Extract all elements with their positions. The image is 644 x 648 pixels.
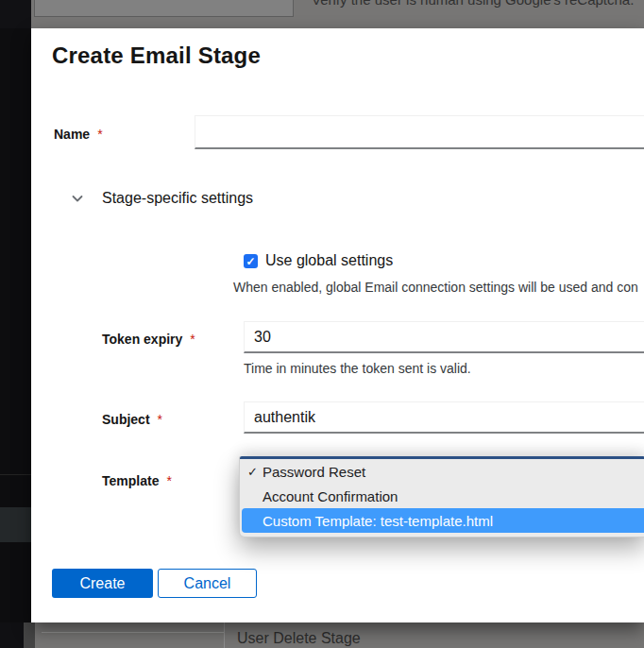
create-button[interactable]: Create: [52, 569, 153, 598]
name-field-label: Name*: [54, 127, 103, 142]
cancel-button[interactable]: Cancel: [158, 569, 257, 598]
token-expiry-field-label: Token expiry*: [102, 332, 195, 347]
required-asterisk: *: [190, 332, 195, 347]
dropdown-option-password-reset[interactable]: ✓ Password Reset: [240, 459, 644, 484]
dimmed-row-text: User Delete Stage: [237, 630, 361, 647]
token-expiry-input[interactable]: [244, 321, 644, 353]
checkbox-check-icon: ✓: [246, 256, 255, 267]
sidebar-item-highlight: [0, 507, 31, 542]
required-asterisk: *: [97, 127, 102, 142]
screen: Verify the user is human using Google's …: [0, 0, 644, 648]
dimmed-background-top: Verify the user is human using Google's …: [0, 0, 644, 28]
dimmed-table-row-border: [42, 632, 224, 633]
subject-field-label: Subject*: [102, 412, 162, 427]
required-asterisk: *: [166, 473, 171, 488]
template-select-dropdown: ✓ Password Reset Account Confirmation Cu…: [239, 456, 644, 537]
name-input[interactable]: [195, 115, 644, 149]
dropdown-option-custom-template[interactable]: Custom Template: test-template.html: [242, 508, 644, 533]
option-label: Password Reset: [263, 464, 365, 480]
dimmed-background-bottom: User Delete Stage: [0, 622, 644, 648]
required-asterisk: *: [158, 412, 162, 427]
dimmed-sidebar-edge-top: [0, 0, 31, 28]
subject-label-text: Subject: [102, 412, 150, 427]
token-expiry-label-text: Token expiry: [102, 332, 182, 347]
dimmed-sidebar-edge-bottom: [0, 622, 24, 648]
option-label: Custom Template: test-template.html: [263, 513, 493, 529]
create-email-stage-modal: Create Email Stage Name* Stage-specific …: [31, 28, 644, 622]
sidebar-divider: [0, 474, 31, 475]
use-global-settings-helper: When enabled, global Email connection se…: [233, 280, 638, 295]
use-global-settings-checkbox[interactable]: ✓: [244, 254, 258, 268]
dimmed-table-column-border: [224, 622, 225, 648]
dimmed-recaptcha-text: Verify the user is human using Google's …: [312, 0, 634, 8]
template-field-label: Template*: [102, 473, 172, 488]
section-label: Stage-specific settings: [102, 190, 253, 207]
name-label-text: Name: [54, 127, 90, 142]
stage-specific-settings-toggle[interactable]: Stage-specific settings: [71, 187, 253, 210]
dimmed-table-cell: [34, 0, 294, 17]
dropdown-option-account-confirmation[interactable]: Account Confirmation: [240, 484, 644, 508]
token-expiry-helper: Time in minutes the token sent is valid.: [244, 361, 471, 376]
chevron-down-icon[interactable]: [71, 192, 84, 205]
selected-check-icon: ✓: [247, 465, 263, 479]
use-global-settings-label[interactable]: Use global settings: [265, 252, 393, 269]
dimmed-sidebar: [0, 28, 31, 622]
subject-input[interactable]: [244, 401, 644, 434]
option-label: Account Confirmation: [263, 488, 398, 504]
dimmed-sidebar-edge-bottom-2: [24, 622, 35, 648]
modal-title: Create Email Stage: [52, 43, 261, 69]
template-label-text: Template: [102, 473, 159, 488]
